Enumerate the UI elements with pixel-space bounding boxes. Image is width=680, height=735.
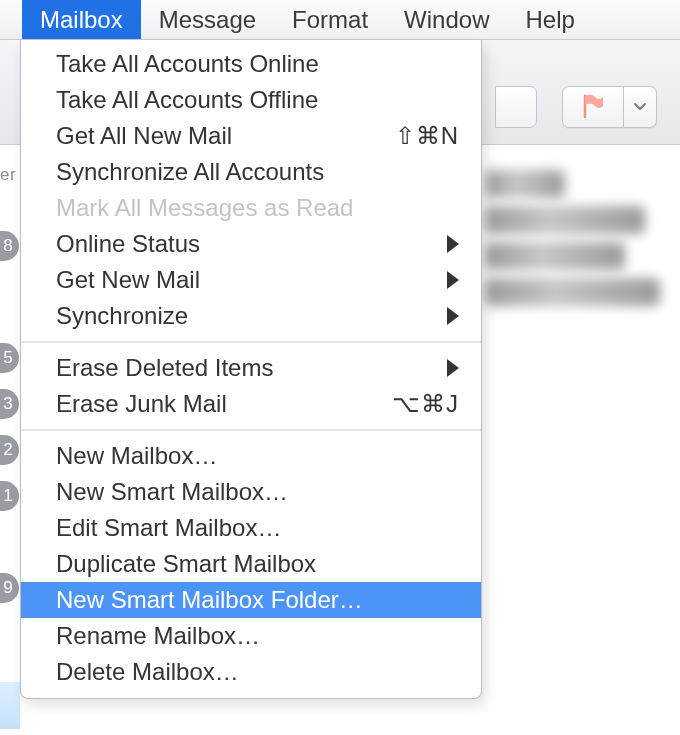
menu-item-shortcut: ⌥⌘J <box>392 390 459 418</box>
menu-item-get-new-mail[interactable]: Get New Mail <box>21 262 481 298</box>
menu-item-label: Erase Junk Mail <box>56 390 392 418</box>
blurred-row <box>485 242 625 270</box>
sidebar-badge: 9 <box>0 573 19 603</box>
sidebar-badge: 5 <box>0 343 19 373</box>
submenu-arrow-icon <box>447 359 459 377</box>
menu-item-label: Take All Accounts Offline <box>56 86 459 114</box>
menu-item-label: Edit Smart Mailbox… <box>56 514 459 542</box>
menu-item-mark-all-messages-as-read: Mark All Messages as Read <box>21 190 481 226</box>
flag-icon <box>582 94 604 118</box>
sidebar-header-fragment: er <box>0 165 16 185</box>
sidebar-selection-peek <box>0 682 20 729</box>
menu-item-label: Take All Accounts Online <box>56 50 459 78</box>
menu-item-label: New Smart Mailbox Folder… <box>56 586 459 614</box>
flag-button-group <box>562 86 657 128</box>
menu-item-take-all-accounts-offline[interactable]: Take All Accounts Offline <box>21 82 481 118</box>
menu-item-delete-mailbox[interactable]: Delete Mailbox… <box>21 654 481 690</box>
menu-format[interactable]: Format <box>274 0 386 39</box>
message-list-peek <box>485 170 665 314</box>
menu-label: Format <box>292 6 368 34</box>
sidebar-badge: 3 <box>0 389 19 419</box>
sidebar-badge: 1 <box>0 481 19 511</box>
blurred-row <box>485 206 645 234</box>
menu-item-erase-deleted-items[interactable]: Erase Deleted Items <box>21 350 481 386</box>
toolbar-button-fragment[interactable] <box>495 86 537 128</box>
menu-item-get-all-new-mail[interactable]: Get All New Mail ⇧⌘N <box>21 118 481 154</box>
menu-bar: Mailbox Message Format Window Help <box>0 0 680 40</box>
menu-item-online-status[interactable]: Online Status <box>21 226 481 262</box>
flag-dropdown-button[interactable] <box>624 86 657 128</box>
menu-item-erase-junk-mail[interactable]: Erase Junk Mail ⌥⌘J <box>21 386 481 422</box>
menu-message[interactable]: Message <box>141 0 274 39</box>
menu-item-label: New Mailbox… <box>56 442 459 470</box>
chevron-down-icon <box>634 103 646 111</box>
mailbox-dropdown-menu: Take All Accounts Online Take All Accoun… <box>20 40 482 699</box>
menu-help[interactable]: Help <box>507 0 592 39</box>
menu-item-label: Online Status <box>56 230 447 258</box>
menu-item-label: Delete Mailbox… <box>56 658 459 686</box>
blurred-row <box>485 278 660 306</box>
menu-item-label: Synchronize All Accounts <box>56 158 459 186</box>
submenu-arrow-icon <box>447 271 459 289</box>
sidebar-badge: 2 <box>0 435 19 465</box>
menu-item-edit-smart-mailbox[interactable]: Edit Smart Mailbox… <box>21 510 481 546</box>
menu-item-label: Duplicate Smart Mailbox <box>56 550 459 578</box>
menu-item-shortcut: ⇧⌘N <box>395 122 459 150</box>
menu-item-label: Mark All Messages as Read <box>56 194 459 222</box>
menu-label: Window <box>404 6 489 34</box>
menu-item-new-mailbox[interactable]: New Mailbox… <box>21 438 481 474</box>
menu-item-new-smart-mailbox[interactable]: New Smart Mailbox… <box>21 474 481 510</box>
menu-item-new-smart-mailbox-folder[interactable]: New Smart Mailbox Folder… <box>21 582 481 618</box>
sidebar-peek: er 8 5 3 2 1 9 <box>0 145 20 735</box>
flag-button[interactable] <box>562 86 624 128</box>
menu-item-label: Get New Mail <box>56 266 447 294</box>
menu-separator <box>21 341 481 343</box>
menu-item-synchronize-all-accounts[interactable]: Synchronize All Accounts <box>21 154 481 190</box>
menu-window[interactable]: Window <box>386 0 507 39</box>
menu-label: Help <box>525 6 574 34</box>
menu-item-synchronize[interactable]: Synchronize <box>21 298 481 334</box>
menu-item-label: Erase Deleted Items <box>56 354 447 382</box>
menu-item-duplicate-smart-mailbox[interactable]: Duplicate Smart Mailbox <box>21 546 481 582</box>
blurred-row <box>485 170 565 198</box>
menu-item-label: Get All New Mail <box>56 122 395 150</box>
menu-item-label: Rename Mailbox… <box>56 622 459 650</box>
submenu-arrow-icon <box>447 235 459 253</box>
app-window: Mailbox Message Format Window Help er 8 … <box>0 0 680 735</box>
menu-item-label: New Smart Mailbox… <box>56 478 459 506</box>
submenu-arrow-icon <box>447 307 459 325</box>
sidebar-badge: 8 <box>0 231 19 261</box>
menu-item-label: Synchronize <box>56 302 447 330</box>
menu-label: Mailbox <box>40 6 123 34</box>
menu-item-take-all-accounts-online[interactable]: Take All Accounts Online <box>21 46 481 82</box>
menu-label: Message <box>159 6 256 34</box>
menu-separator <box>21 429 481 431</box>
menu-mailbox[interactable]: Mailbox <box>22 0 141 39</box>
menu-item-rename-mailbox[interactable]: Rename Mailbox… <box>21 618 481 654</box>
